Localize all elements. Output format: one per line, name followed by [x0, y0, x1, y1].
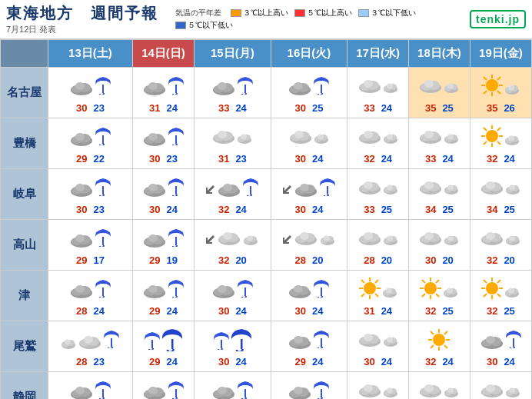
svg-rect-108	[102, 186, 104, 195]
temp-low: 17	[93, 254, 104, 266]
weather-cell-岐阜-1: 3024	[132, 169, 194, 220]
temp-high: 35	[425, 102, 436, 114]
svg-point-185	[424, 232, 434, 240]
temp-high: 32	[425, 356, 436, 367]
weather-icon-area	[197, 274, 268, 304]
svg-line-289	[444, 345, 447, 348]
temps-row: 3225	[473, 305, 529, 317]
temp-high: 29	[294, 356, 305, 367]
weather-icon-area	[411, 274, 467, 304]
svg-line-238	[436, 280, 439, 283]
weather-icon-area	[473, 274, 529, 304]
temp-high: 29	[76, 153, 87, 165]
svg-point-52	[75, 133, 85, 141]
city-row-岐阜: 岐阜 3023 3024	[1, 169, 532, 220]
temps-row: 3220	[197, 254, 268, 266]
temps-row: 3225	[411, 305, 467, 317]
empty-header	[1, 40, 48, 68]
weather-icon-area	[274, 122, 345, 151]
temp-low: 26	[504, 102, 514, 114]
svg-point-74	[318, 134, 324, 139]
svg-point-211	[218, 285, 227, 293]
temp-high: 30	[76, 204, 87, 215]
temp-high: 33	[364, 204, 374, 215]
city-label-名古屋: 名古屋	[1, 68, 48, 118]
weather-icon-area	[51, 274, 130, 304]
svg-point-117	[223, 184, 232, 191]
weather-cell-高山-4: 2820	[347, 220, 409, 271]
svg-point-264	[84, 336, 93, 344]
weather-cell-静岡-0: 2923	[48, 372, 133, 400]
weather-icon-area	[274, 173, 345, 202]
weather-cell-津-1: 2924	[132, 271, 194, 321]
svg-rect-152	[102, 237, 104, 245]
weather-icon-area	[411, 122, 467, 151]
svg-line-288	[431, 331, 434, 334]
svg-point-310	[218, 387, 227, 394]
weather-cell-津-6: 3225	[470, 271, 531, 321]
temp-low: 24	[235, 356, 246, 367]
date-num-13: 13日(土)	[50, 46, 131, 61]
svg-rect-265	[111, 338, 112, 347]
weather-cell-豊橋-3: 3024	[271, 118, 347, 169]
weather-cell-岐阜-0: 3023	[48, 169, 133, 220]
date-14: 14日(日)	[132, 40, 194, 68]
temps-row: 3324	[411, 153, 467, 165]
temp-high: 30	[149, 204, 160, 215]
temps-row: 3024	[197, 356, 268, 367]
temp-low: 24	[381, 153, 392, 165]
temp-high: 32	[218, 254, 229, 266]
temp-high: 31	[218, 153, 229, 165]
temps-row: 2924	[135, 356, 191, 367]
temps-row: 2924	[274, 356, 345, 367]
temps-row: 3425	[473, 204, 529, 215]
svg-point-112	[148, 184, 158, 191]
issued-date: 7月12日 発表	[6, 24, 158, 35]
temps-row: 3324	[197, 102, 268, 114]
weather-cell-岐阜-4: 3325	[347, 169, 409, 220]
temps-row: 3024	[135, 204, 191, 215]
svg-point-273	[294, 336, 303, 344]
svg-point-340	[509, 387, 515, 393]
svg-point-197	[509, 235, 515, 241]
weather-icon-area	[135, 325, 191, 354]
weather-icon-area	[135, 224, 191, 253]
temp-low: 20	[381, 254, 392, 266]
svg-point-216	[294, 285, 303, 293]
weather-icon-area	[197, 376, 268, 399]
temp-high: 34	[425, 204, 436, 215]
svg-point-193	[486, 232, 495, 240]
weather-cell-豊橋-1: 3023	[132, 118, 194, 169]
date-19: 19日(金)	[470, 40, 531, 68]
svg-point-3	[75, 82, 85, 90]
weather-cell-静岡-6: 3224	[470, 372, 531, 400]
weather-cell-名古屋-2: 3324	[195, 68, 271, 118]
header: 東海地方 週間予報 7月12日 発表 気温の平年差 ３℃以上高い ５℃以上高い …	[0, 0, 532, 39]
temp-low: 20	[504, 254, 514, 266]
svg-rect-267	[171, 339, 174, 349]
legend-orange: ３℃以上高い	[231, 8, 288, 18]
svg-point-181	[387, 235, 393, 241]
date-15: 15日(月)	[195, 40, 271, 68]
weather-icon-area	[274, 274, 345, 304]
svg-point-336	[486, 384, 495, 392]
svg-point-127	[364, 181, 373, 189]
weather-icon-area	[51, 376, 130, 399]
city-row-高山: 高山 2917 2919	[1, 220, 532, 271]
temp-low: 24	[235, 102, 246, 114]
temps-row: 3526	[473, 102, 529, 114]
temp-low: 25	[442, 305, 453, 317]
svg-point-177	[364, 232, 373, 240]
svg-point-315	[294, 387, 303, 394]
legend-label-blue: ５℃以下低い	[188, 20, 233, 31]
temp-high: 30	[218, 305, 229, 317]
temp-low: 24	[235, 204, 246, 215]
temp-high: 30	[294, 305, 305, 317]
weather-cell-尾鷲-0: 2823	[48, 321, 133, 372]
temp-high: 33	[218, 102, 229, 114]
city-row-名古屋: 名古屋 3023 3124	[1, 68, 532, 118]
weather-cell-高山-2: 3220	[195, 220, 271, 271]
svg-rect-306	[175, 389, 177, 397]
weather-icon-area	[51, 122, 130, 151]
weather-cell-高山-3: 2820	[271, 220, 347, 271]
